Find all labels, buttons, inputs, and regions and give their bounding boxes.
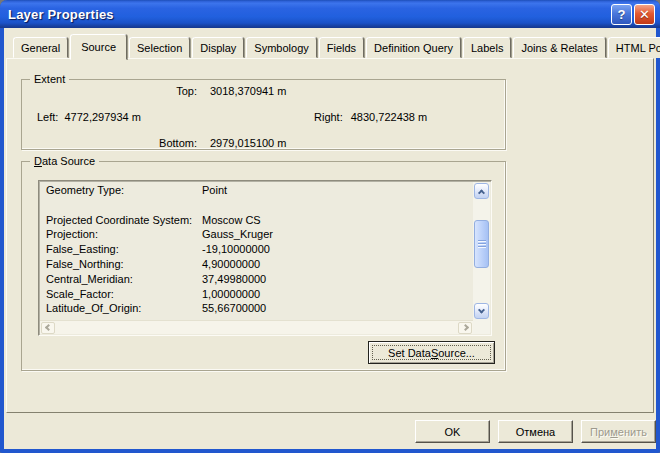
chevron-left-icon xyxy=(44,324,51,331)
data-source-group-label: Data Source xyxy=(30,155,99,168)
data-source-properties: Geometry Type:Point Projected Coordinate… xyxy=(41,183,472,319)
property-row: Geometry Type:Point xyxy=(41,183,472,198)
property-row: Central_Meridian:37,49980000 xyxy=(41,272,472,287)
property-label: Projection: xyxy=(41,227,202,242)
property-value: Gauss_Kruger xyxy=(202,227,273,242)
extent-group: Extent Top: 3018,370941 m Left: 4772,297… xyxy=(21,79,506,150)
scroll-left-button[interactable] xyxy=(41,322,55,334)
property-label: Central_Meridian: xyxy=(41,272,202,287)
tab-selection[interactable]: Selection xyxy=(129,37,190,58)
close-icon: ✕ xyxy=(639,7,650,22)
property-row xyxy=(41,198,472,213)
property-row: Linear Unit:Meter xyxy=(41,316,472,319)
property-value: Moscow CS xyxy=(202,213,261,228)
layer-properties-dialog: Layer Properties ? ✕ General Source Sele… xyxy=(0,0,660,453)
scroll-right-button[interactable] xyxy=(458,322,472,334)
question-mark-icon: ? xyxy=(618,7,626,22)
tab-strip: General Source Selection Display Symbolo… xyxy=(13,34,660,58)
property-row: Projection:Gauss_Kruger xyxy=(41,227,472,242)
tab-labels[interactable]: Labels xyxy=(463,37,511,58)
thumb-grip-icon xyxy=(478,240,486,248)
vertical-scrollbar-thumb[interactable] xyxy=(474,220,489,268)
property-row: False_Easting:-19,10000000 xyxy=(41,242,472,257)
extent-bottom-value: 2979,015100 m xyxy=(210,137,286,149)
property-value: Meter xyxy=(202,316,230,319)
extent-top-value: 3018,370941 m xyxy=(210,85,286,97)
property-label: Latitude_Of_Origin: xyxy=(41,301,202,316)
titlebar-buttons: ? ✕ xyxy=(611,4,655,25)
scroll-up-button[interactable] xyxy=(474,183,489,199)
set-data-source-button[interactable]: Set Data Source... xyxy=(368,341,495,364)
close-button[interactable]: ✕ xyxy=(634,4,655,25)
horizontal-scrollbar[interactable] xyxy=(40,320,473,334)
property-value: 1,00000000 xyxy=(202,287,260,302)
title-bar[interactable]: Layer Properties ? ✕ xyxy=(0,0,660,28)
tab-general[interactable]: General xyxy=(13,37,68,58)
tab-symbology[interactable]: Symbology xyxy=(246,37,316,58)
tab-definition-query[interactable]: Definition Query xyxy=(366,37,461,58)
help-button[interactable]: ? xyxy=(611,4,632,25)
property-value: 4,90000000 xyxy=(202,257,260,272)
window-title: Layer Properties xyxy=(0,7,114,22)
property-value: 55,66700000 xyxy=(202,301,266,316)
dialog-content: General Source Selection Display Symbolo… xyxy=(4,28,656,449)
apply-button[interactable]: Применить xyxy=(581,420,656,443)
chevron-right-icon xyxy=(461,324,468,331)
tab-display[interactable]: Display xyxy=(192,37,244,58)
property-value: Point xyxy=(202,183,227,198)
extent-top-row: Top: 3018,370941 m xyxy=(117,85,286,97)
chevron-up-icon xyxy=(478,189,485,196)
tab-html-popup[interactable]: HTML Popup xyxy=(608,37,660,58)
extent-bottom-label: Bottom: xyxy=(117,137,197,149)
extent-left-label: Left: xyxy=(37,111,58,123)
data-source-listbox[interactable]: Geometry Type:Point Projected Coordinate… xyxy=(38,180,492,336)
property-value: -19,10000000 xyxy=(202,242,270,257)
property-label: Scale_Factor: xyxy=(41,287,202,302)
property-label: Projected Coordinate System: xyxy=(41,213,202,228)
source-tab-page: Extent Top: 3018,370941 m Left: 4772,297… xyxy=(6,58,654,413)
property-label: False_Northing: xyxy=(41,257,202,272)
tab-joins-relates[interactable]: Joins & Relates xyxy=(513,37,605,58)
vertical-scrollbar[interactable] xyxy=(473,182,490,320)
extent-right-value: 4830,722438 m xyxy=(351,111,427,123)
ok-button[interactable]: OK xyxy=(415,420,490,443)
scrollbar-corner xyxy=(473,320,490,334)
property-row: False_Northing:4,90000000 xyxy=(41,257,472,272)
data-source-group: Data Source Geometry Type:Point Projecte… xyxy=(21,161,506,371)
extent-left-row: Left: 4772,297934 m xyxy=(37,111,141,123)
property-label: False_Easting: xyxy=(41,242,202,257)
focus-rectangle xyxy=(372,345,491,360)
property-row: Projected Coordinate System:Moscow CS xyxy=(41,213,472,228)
extent-top-label: Top: xyxy=(117,85,197,97)
property-value: 37,49980000 xyxy=(202,272,266,287)
cancel-button[interactable]: Отмена xyxy=(498,420,573,443)
extent-right-row: Right: 4830,722438 m xyxy=(314,111,427,123)
tab-source[interactable]: Source xyxy=(70,34,127,60)
chevron-down-icon xyxy=(478,306,485,313)
extent-bottom-row: Bottom: 2979,015100 m xyxy=(117,137,286,149)
extent-group-label: Extent xyxy=(30,73,69,86)
property-row: Latitude_Of_Origin:55,66700000 xyxy=(41,301,472,316)
property-row: Scale_Factor:1,00000000 xyxy=(41,287,472,302)
property-label: Geometry Type: xyxy=(41,183,202,198)
scroll-down-button[interactable] xyxy=(474,303,489,319)
property-label: Linear Unit: xyxy=(41,316,202,319)
extent-left-value: 4772,297934 m xyxy=(64,111,140,123)
extent-right-label: Right: xyxy=(314,111,343,123)
property-label xyxy=(41,198,202,213)
tab-fields[interactable]: Fields xyxy=(319,37,364,58)
